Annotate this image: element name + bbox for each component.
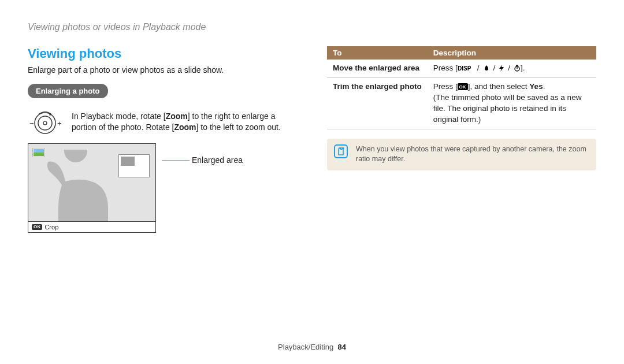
breadcrumb: Viewing photos or videos in Playback mod…: [28, 22, 596, 32]
th-to: To: [327, 46, 428, 60]
note-text: When you view photos that were captured …: [356, 145, 586, 164]
section-title: Viewing photos: [28, 46, 299, 61]
row-desc: Press [OK], and then select Yes. (The tr…: [428, 78, 596, 129]
subheading-pill: Enlarging a photo: [28, 84, 108, 98]
table-row: Trim the enlarged photo Press [OK], and …: [327, 78, 596, 129]
svg-point-1: [38, 116, 52, 130]
svg-text:−: −: [29, 119, 34, 128]
zoom-instruction-text: In Playback mode, rotate [Zoom] to the r…: [72, 111, 299, 133]
zoom-dial-icon: − +: [28, 109, 65, 135]
macro-icon: [483, 65, 490, 72]
page-footer: Playback/Editing 84: [0, 343, 624, 351]
table-row: Move the enlarged area Press [ DISP/ / /…: [327, 60, 596, 78]
callout-label: Enlarged area: [192, 155, 243, 165]
ok-icon: OK: [32, 224, 42, 230]
flash-icon: [499, 65, 504, 72]
note-icon: [334, 144, 348, 158]
timer-icon: [514, 65, 521, 72]
svg-text:DISP: DISP: [458, 65, 471, 72]
svg-text:OK: OK: [459, 84, 466, 90]
example-screenshot: OK Crop: [28, 143, 156, 233]
screenshot-footer: OK Crop: [28, 221, 155, 232]
operations-table: To Description Move the enlarged area Pr…: [327, 46, 596, 129]
intro-text: Enlarge part of a photo or view photos a…: [28, 65, 299, 76]
zoom-instruction-row: − + In Playback mode, rotate [Zoom] to t…: [28, 109, 299, 135]
th-description: Description: [428, 46, 596, 60]
svg-point-2: [43, 121, 47, 125]
svg-text:+: +: [57, 119, 62, 128]
row-desc: Press [ DISP/ / / ].: [428, 60, 596, 78]
disp-icon: DISP: [458, 65, 474, 72]
row-to: Trim the enlarged photo: [327, 78, 428, 129]
row-to: Move the enlarged area: [327, 60, 428, 78]
ok-button-icon: OK: [458, 83, 468, 90]
silhouette-icon: [42, 150, 129, 221]
enlarged-area-box: [118, 154, 150, 177]
callout-line: [162, 160, 190, 161]
dpad-icons: DISP/ / /: [458, 63, 521, 74]
crop-label: Crop: [44, 224, 58, 231]
note-box: When you view photos that were captured …: [327, 139, 596, 170]
screenshot-wrap: OK Crop Enlarged area: [28, 143, 299, 233]
